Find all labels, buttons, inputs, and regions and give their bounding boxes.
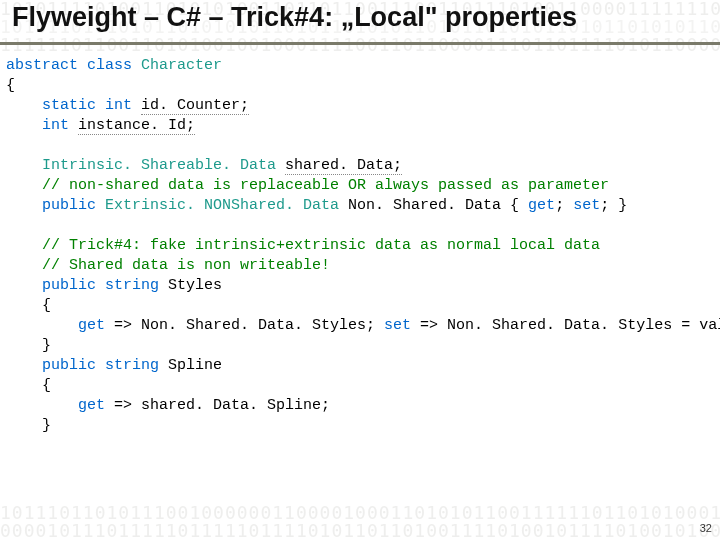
- slide-header: Flyweight – C# – Trick#4: „Local" proper…: [0, 2, 720, 42]
- kw-get3: get: [78, 397, 114, 414]
- indent-guide: [6, 397, 78, 414]
- type-intrinsic: Intrinsic. Shareable. Data: [42, 157, 285, 174]
- page-number: 32: [700, 522, 712, 534]
- indent-guide: [6, 297, 42, 314]
- prop-styles: Styles: [168, 277, 222, 294]
- indent-guide: [6, 257, 42, 274]
- brace-open3: {: [42, 377, 51, 394]
- punct: ; }: [600, 197, 627, 214]
- kw-public: public: [42, 197, 105, 214]
- page-title: Flyweight – C# – Trick#4: „Local" proper…: [12, 2, 720, 33]
- code-block: abstract class Character { static int id…: [6, 56, 720, 436]
- kw-static-int: static int: [42, 97, 141, 114]
- indent-guide: [6, 317, 78, 334]
- brace-close3: }: [42, 417, 51, 434]
- indent-guide: [6, 117, 42, 134]
- indent-guide: [6, 197, 42, 214]
- kw-get2: get: [78, 317, 114, 334]
- comment-trick4: // Trick#4: fake intrinsic+extrinsic dat…: [42, 237, 600, 254]
- field-idcounter: id. Counter;: [141, 97, 249, 115]
- field-shareddata: shared. Data;: [285, 157, 402, 175]
- indent-guide: [6, 237, 42, 254]
- type-extrinsic: Extrinsic. NONShared. Data: [105, 197, 348, 214]
- header-rule: [0, 42, 720, 45]
- kw-set: set: [573, 197, 600, 214]
- type-character: Character: [141, 57, 222, 74]
- get-body-spline: => shared. Data. Spline;: [114, 397, 330, 414]
- comment-readonly: // Shared data is non writeable!: [42, 257, 330, 274]
- set-body-styles: => Non. Shared. Data. Styles = valu: [420, 317, 720, 334]
- kw-set2: set: [384, 317, 420, 334]
- kw-abstract: abstract: [6, 57, 78, 74]
- indent-guide: [6, 157, 42, 174]
- kw-int: int: [42, 117, 78, 134]
- indent-guide: [6, 177, 42, 194]
- indent-guide: [6, 97, 42, 114]
- indent-guide: [6, 277, 42, 294]
- indent-guide: [6, 337, 42, 354]
- kw-public-string: public string: [42, 277, 168, 294]
- kw-get: get: [528, 197, 555, 214]
- prop-nonshared: Non. Shared. Data {: [348, 197, 528, 214]
- indent-guide: [6, 377, 42, 394]
- kw-public-string2: public string: [42, 357, 168, 374]
- indent-guide: [6, 417, 42, 434]
- get-body-styles: => Non. Shared. Data. Styles;: [114, 317, 384, 334]
- indent-guide: [6, 357, 42, 374]
- punct: ;: [555, 197, 573, 214]
- brace-close2: }: [42, 337, 51, 354]
- brace-open2: {: [42, 297, 51, 314]
- prop-spline: Spline: [168, 357, 222, 374]
- brace-open: {: [6, 77, 15, 94]
- field-instanceid: instance. Id;: [78, 117, 195, 135]
- comment-nonshared: // non-shared data is replaceable OR alw…: [42, 177, 609, 194]
- kw-class: class: [78, 57, 141, 74]
